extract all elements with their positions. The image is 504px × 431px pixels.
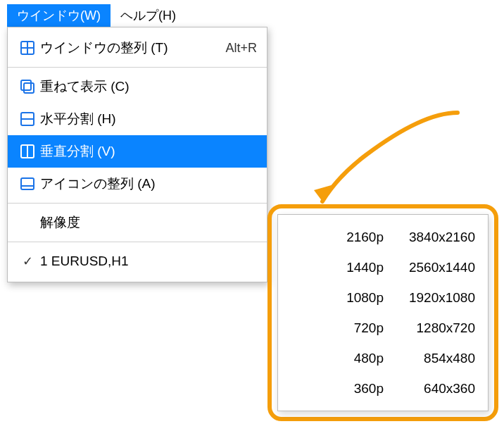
resolution-submenu-highlight: 2160p 3840x2160 1440p 2560x1440 1080p 19…	[267, 204, 498, 421]
menu-item-label: 1 EURUSD,H1	[40, 254, 257, 269]
resolution-value: 3840x2160	[384, 230, 475, 245]
menu-item-resolution[interactable]: 解像度	[8, 206, 267, 239]
menu-item-arrange-icons[interactable]: アイコンの整列 (A)	[8, 168, 267, 200]
menu-item-label: 解像度	[40, 213, 243, 232]
resolution-item-1080p[interactable]: 1080p 1920x1080	[278, 284, 488, 312]
svg-rect-3	[21, 80, 31, 90]
menu-item-label: 水平分割 (H)	[40, 110, 257, 128]
menubar-item-window-label: ウインドウ(W)	[17, 7, 101, 24]
resolution-value: 854x480	[384, 351, 475, 366]
menu-item-tile-vertical[interactable]: 垂直分割 (V)	[8, 135, 267, 168]
menubar-item-help-label: ヘルプ(H)	[120, 7, 176, 24]
menu-separator	[8, 203, 267, 204]
menubar: ウインドウ(W) ヘルプ(H)	[7, 4, 186, 27]
menu-item-label: 重ねて表示 (C)	[40, 77, 257, 96]
menubar-item-help[interactable]: ヘルプ(H)	[111, 4, 186, 27]
resolution-label: 1080p	[306, 290, 384, 306]
resolution-item-360p[interactable]: 360p 640x360	[278, 375, 488, 403]
menu-item-cascade[interactable]: 重ねて表示 (C)	[8, 70, 267, 103]
svg-rect-4	[24, 83, 34, 93]
menu-item-shortcut: Alt+R	[225, 41, 257, 56]
arrange-icons-icon	[15, 175, 40, 192]
resolution-value: 640x360	[384, 381, 475, 396]
resolution-item-720p[interactable]: 720p 1280x720	[278, 314, 488, 342]
tile-horizontal-icon	[15, 111, 40, 127]
menu-item-arrange-windows[interactable]: ウインドウの整列 (T) Alt+R	[8, 32, 267, 64]
resolution-item-1440p[interactable]: 1440p 2560x1440	[278, 254, 488, 282]
menubar-item-window[interactable]: ウインドウ(W)	[7, 4, 111, 27]
resolution-value: 1920x1080	[384, 290, 475, 306]
resolution-label: 360p	[306, 381, 384, 396]
window-menu: ウインドウの整列 (T) Alt+R 重ねて表示 (C) 水平分割 (H) 垂直…	[7, 27, 267, 282]
checkmark-icon: ✓	[15, 254, 40, 269]
resolution-value: 1280x720	[384, 320, 475, 336]
menu-item-label: 垂直分割 (V)	[40, 142, 257, 161]
resolution-value: 2560x1440	[384, 260, 475, 275]
resolution-label: 480p	[306, 351, 384, 366]
cascade-icon	[15, 78, 40, 95]
tile-vertical-icon	[15, 143, 40, 160]
resolution-item-2160p[interactable]: 2160p 3840x2160	[278, 223, 488, 251]
svg-marker-11	[314, 185, 334, 201]
resolution-label: 2160p	[306, 230, 384, 245]
menu-item-label: アイコンの整列 (A)	[40, 175, 257, 193]
resolution-label: 720p	[306, 320, 384, 336]
menu-item-tile-horizontal[interactable]: 水平分割 (H)	[8, 103, 267, 135]
resolution-label: 1440p	[306, 260, 384, 275]
svg-rect-9	[21, 178, 34, 189]
grid-icon	[15, 39, 40, 56]
resolution-submenu: 2160p 3840x2160 1440p 2560x1440 1080p 19…	[277, 214, 489, 411]
resolution-item-480p[interactable]: 480p 854x480	[278, 344, 488, 373]
menu-item-label: ウインドウの整列 (T)	[40, 39, 225, 57]
menu-separator	[8, 242, 267, 242]
callout-arrow-icon	[310, 106, 472, 211]
menu-separator	[8, 67, 267, 68]
menu-item-window-eurusd[interactable]: ✓ 1 EURUSD,H1	[8, 245, 267, 277]
